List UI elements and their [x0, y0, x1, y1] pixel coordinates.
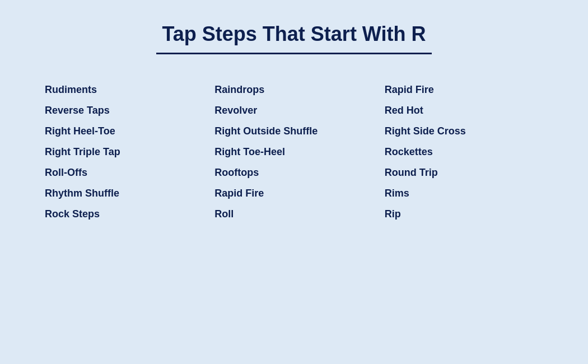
- column-3: Rapid FireRed HotRight Side CrossRockett…: [385, 82, 554, 222]
- column-2: RaindropsRevolverRight Outside ShuffleRi…: [214, 82, 384, 222]
- list-item: Rip: [385, 207, 554, 222]
- list-item: Rhythm Shuffle: [45, 186, 214, 201]
- page-title: Tap Steps That Start With R: [156, 22, 431, 54]
- list-item: Right Triple Tap: [45, 144, 214, 160]
- list-item: Rooftops: [214, 165, 384, 180]
- list-item: Rims: [385, 186, 554, 201]
- list-item: Roll: [214, 207, 384, 222]
- list-item: Raindrops: [214, 82, 384, 97]
- list-item: Roll-Offs: [45, 165, 214, 180]
- list-item: Revolver: [214, 103, 384, 118]
- list-item: Round Trip: [385, 165, 554, 180]
- list-item: Reverse Taps: [45, 103, 214, 118]
- column-1: RudimentsReverse TapsRight Heel-ToeRight…: [45, 82, 214, 222]
- list-item: Red Hot: [385, 103, 554, 118]
- list-item: Right Outside Shuffle: [214, 124, 384, 139]
- columns-container: RudimentsReverse TapsRight Heel-ToeRight…: [34, 82, 554, 222]
- title-section: Tap Steps That Start With R: [34, 22, 554, 54]
- list-item: Right Heel-Toe: [45, 124, 214, 139]
- list-item: Right Side Cross: [385, 124, 554, 139]
- list-item: Rockettes: [385, 144, 554, 160]
- list-item: Rock Steps: [45, 207, 214, 222]
- list-item: Rapid Fire: [214, 186, 384, 201]
- list-item: Right Toe-Heel: [214, 144, 384, 160]
- list-item: Rapid Fire: [385, 82, 554, 97]
- list-item: Rudiments: [45, 82, 214, 97]
